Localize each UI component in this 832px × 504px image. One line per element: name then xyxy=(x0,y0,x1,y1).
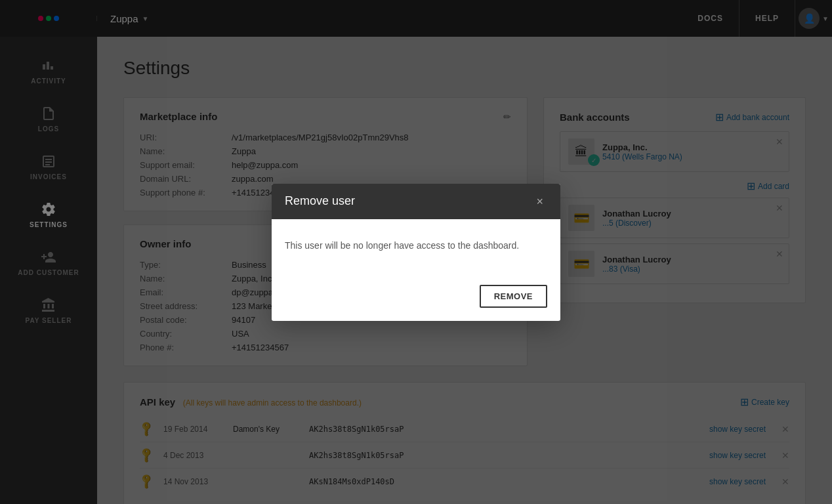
modal-overlay[interactable]: Remove user × This user will be no longe… xyxy=(0,0,832,504)
remove-user-confirm-button[interactable]: REMOVE xyxy=(480,285,547,308)
remove-user-modal: Remove user × This user will be no longe… xyxy=(272,184,560,321)
modal-header: Remove user × xyxy=(272,184,560,219)
modal-close-button[interactable]: × xyxy=(532,194,547,209)
modal-body: This user will be no longer have access … xyxy=(272,219,560,285)
modal-title: Remove user xyxy=(285,194,355,208)
modal-body-text: This user will be no longer have access … xyxy=(285,240,547,251)
modal-footer: REMOVE xyxy=(272,285,560,321)
